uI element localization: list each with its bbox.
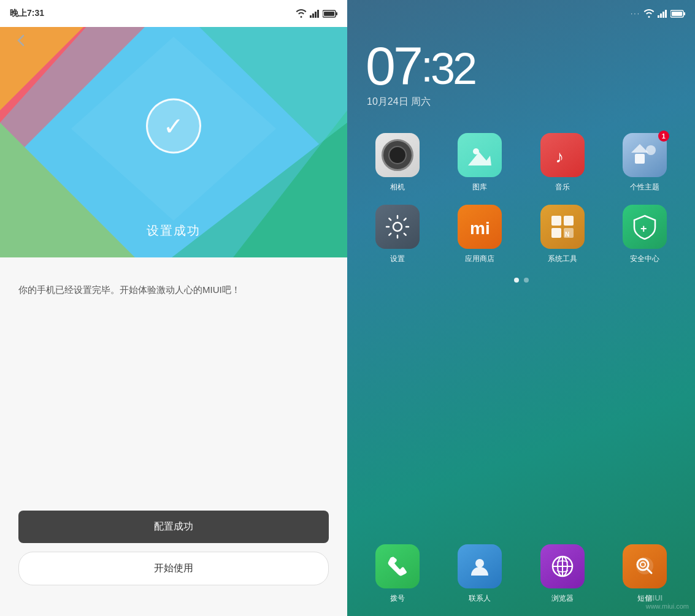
svg-marker-23 (468, 152, 491, 165)
hero-area: ✓ 设置成功 (0, 0, 347, 257)
app-label-themes: 个性主题 (630, 182, 659, 192)
phone-icon (375, 544, 420, 588)
clock-minutes: 32 (431, 47, 475, 91)
battery-icon (323, 10, 337, 18)
app-item-settings[interactable]: 设置 (359, 205, 436, 264)
clock-area: 07:32 10月24日 周六 (347, 27, 695, 115)
app-label-music: 音乐 (555, 182, 570, 192)
left-status-time: 晚上7:31 (10, 8, 44, 19)
configure-success-button[interactable]: 配置成功 (18, 511, 329, 543)
app-label-settings: 设置 (390, 254, 405, 264)
app-label-tools: 系统工具 (548, 254, 577, 264)
right-signal-icon (658, 9, 667, 18)
svg-text:+: + (640, 222, 647, 235)
dock-item-browser[interactable]: 浏览器 (524, 544, 601, 604)
svg-point-27 (646, 145, 656, 155)
gallery-icon (458, 133, 502, 177)
dock-label-browser: 浏览器 (551, 593, 574, 604)
dot-1 (514, 278, 519, 283)
app-grid: 相机 图库 ♪ 音乐 (347, 115, 695, 264)
app-label-camera: 相机 (390, 182, 405, 192)
right-status-bar: ··· (347, 0, 695, 27)
miui-url: www.miui.com (646, 603, 689, 610)
page-dots (347, 278, 695, 283)
dock-label-contacts: 联系人 (469, 593, 491, 604)
dock-item-contacts[interactable]: 联系人 (442, 544, 518, 604)
camera-icon (375, 133, 420, 177)
svg-point-36 (475, 559, 484, 568)
right-panel: ··· 07:32 10 (347, 0, 695, 616)
app-item-camera[interactable]: 相机 (359, 133, 436, 192)
clock-date: 10月24日 周六 (366, 96, 677, 108)
back-button[interactable] (10, 27, 32, 54)
svg-rect-17 (662, 12, 664, 18)
clock-time: 07:32 (366, 39, 677, 93)
right-wifi-icon (643, 9, 655, 18)
hero-title: 设置成功 (0, 222, 347, 239)
appstore-icon: mi (458, 205, 502, 249)
svg-rect-5 (336, 12, 338, 15)
description-text: 你的手机已经设置完毕。开始体验激动人心的MIUI吧！ (18, 282, 329, 298)
camera-inner (382, 139, 413, 171)
right-battery-icon (670, 10, 685, 18)
svg-rect-1 (312, 13, 314, 18)
check-icon: ✓ (163, 114, 184, 139)
svg-rect-32 (551, 228, 561, 238)
svg-text:mi: mi (470, 219, 490, 238)
security-icon: + (623, 205, 667, 249)
right-status-icons: ··· (631, 9, 685, 18)
clock-colon: : (421, 44, 431, 88)
svg-rect-2 (315, 12, 317, 18)
svg-point-28 (393, 222, 402, 231)
settings-icon (375, 205, 420, 249)
app-item-gallery[interactable]: 图库 (442, 133, 518, 192)
app-label-gallery: 图库 (472, 182, 487, 192)
app-item-music[interactable]: ♪ 音乐 (524, 133, 601, 192)
dock-area: 拨号 联系人 (347, 538, 695, 616)
app-item-tools[interactable]: N 系统工具 (524, 205, 601, 264)
music-icon: ♪ (540, 133, 585, 177)
svg-rect-16 (660, 13, 662, 18)
svg-rect-15 (658, 15, 659, 18)
tools-icon: N (540, 205, 585, 249)
left-panel: 晚上7:31 (0, 0, 347, 616)
app-item-themes[interactable]: 1 个性主题 (607, 133, 683, 192)
miui-brand: MIUI (646, 593, 689, 603)
signal-icon (310, 9, 320, 18)
themes-icon: 1 (623, 133, 667, 177)
svg-text:♪: ♪ (555, 147, 564, 166)
svg-marker-26 (631, 144, 648, 153)
svg-rect-18 (665, 10, 667, 18)
start-using-button[interactable]: 开始使用 (18, 552, 329, 585)
svg-rect-0 (310, 15, 312, 18)
app-label-appstore: 应用商店 (465, 254, 494, 264)
dot-2 (524, 278, 529, 283)
button-area: 配置成功 开始使用 (18, 511, 329, 598)
left-status-bar: 晚上7:31 (0, 0, 347, 27)
browser-icon (540, 544, 585, 588)
svg-text:N: N (565, 231, 569, 238)
left-status-icons (296, 9, 337, 18)
app-label-security: 安全中心 (630, 254, 659, 264)
svg-rect-6 (324, 12, 334, 16)
themes-badge: 1 (658, 131, 669, 142)
camera-lens (388, 146, 407, 164)
svg-rect-20 (684, 12, 686, 15)
svg-rect-3 (317, 10, 319, 18)
svg-rect-25 (635, 154, 645, 164)
svg-rect-30 (551, 216, 561, 226)
clock-hours: 07 (366, 36, 421, 96)
dock-item-phone[interactable]: 拨号 (359, 544, 436, 604)
message-icon (623, 544, 667, 588)
app-item-security[interactable]: + 安全中心 (607, 205, 683, 264)
check-circle: ✓ (146, 99, 201, 154)
contacts-icon (458, 544, 502, 588)
miui-watermark: MIUI www.miui.com (646, 593, 689, 610)
wifi-icon (296, 9, 307, 18)
dock-label-phone: 拨号 (390, 593, 405, 604)
app-item-appstore[interactable]: mi 应用商店 (442, 205, 518, 264)
dots-indicator: ··· (631, 9, 640, 18)
svg-rect-21 (672, 12, 682, 16)
svg-rect-31 (564, 216, 574, 226)
left-content: 你的手机已经设置完毕。开始体验激动人心的MIUI吧！ 配置成功 开始使用 (0, 257, 347, 616)
